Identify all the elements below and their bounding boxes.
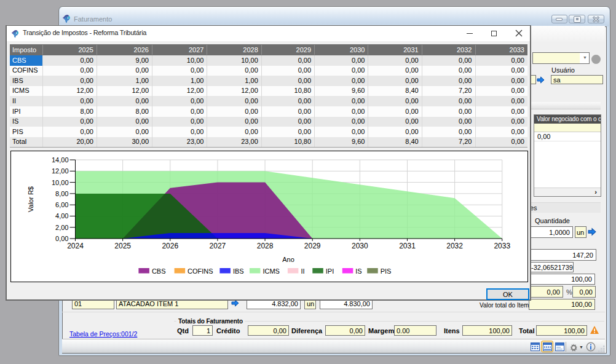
svg-text:CBS: CBS — [152, 267, 166, 275]
svg-text:6,00: 6,00 — [55, 201, 68, 208]
svg-text:2029: 2029 — [304, 242, 321, 250]
svg-text:14,00: 14,00 — [52, 156, 69, 164]
svg-text:Valor R$: Valor R$ — [27, 186, 34, 212]
svg-text:2033: 2033 — [494, 242, 510, 250]
svg-text:2027: 2027 — [210, 242, 226, 250]
svg-text:PIS: PIS — [381, 267, 392, 275]
svg-text:II: II — [301, 267, 304, 275]
svg-text:2032: 2032 — [446, 242, 463, 250]
svg-text:10,00: 10,00 — [52, 179, 69, 186]
svg-text:2028: 2028 — [257, 242, 274, 250]
svg-text:IS: IS — [355, 267, 361, 275]
svg-text:ICMS: ICMS — [263, 267, 280, 275]
svg-text:Ano: Ano — [282, 256, 294, 263]
svg-text:2031: 2031 — [399, 242, 416, 250]
svg-text:12,00: 12,00 — [52, 167, 69, 175]
svg-text:2025: 2025 — [114, 242, 131, 250]
svg-text:2030: 2030 — [352, 242, 368, 250]
svg-text:COFINS: COFINS — [188, 267, 213, 275]
svg-text:2,00: 2,00 — [55, 224, 68, 231]
svg-text:8,00: 8,00 — [55, 190, 68, 197]
svg-text:IBS: IBS — [233, 267, 244, 275]
svg-text:4,00: 4,00 — [55, 212, 68, 220]
svg-text:2026: 2026 — [162, 242, 178, 250]
svg-text:2024: 2024 — [67, 242, 84, 250]
svg-text:IPI: IPI — [326, 267, 334, 275]
